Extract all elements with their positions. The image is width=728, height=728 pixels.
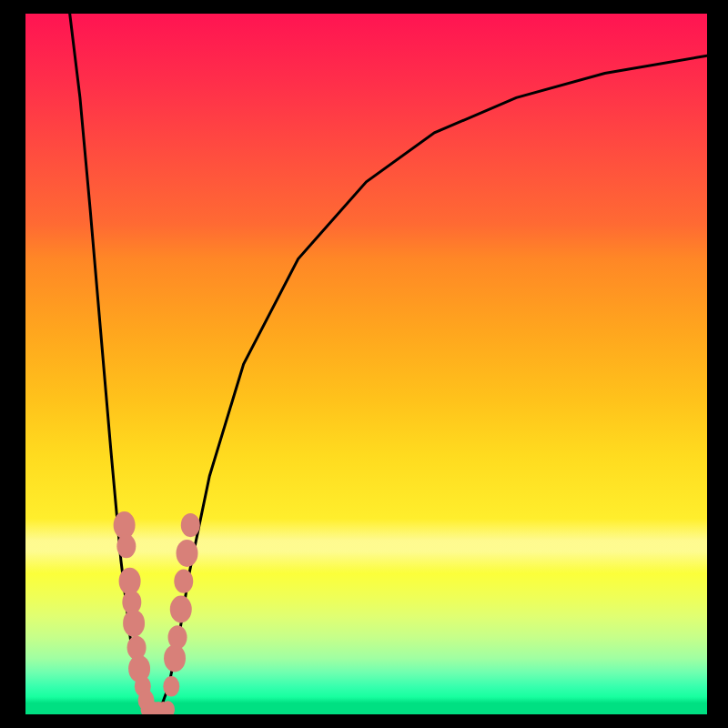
marker-dot xyxy=(116,534,136,558)
frame-right xyxy=(707,0,728,728)
marker-dot xyxy=(170,596,192,623)
chart-container: TheBottleneck.com xyxy=(0,0,728,728)
marker-dot xyxy=(168,625,187,649)
frame-top xyxy=(0,0,728,14)
marker-dot xyxy=(181,513,200,537)
marker-dot xyxy=(174,570,193,593)
marker-dot xyxy=(163,676,179,696)
plot-area xyxy=(25,14,707,714)
curve-right-branch xyxy=(158,56,707,714)
marker-dot xyxy=(177,540,198,567)
frame-bottom xyxy=(0,714,728,728)
marker-dot xyxy=(164,644,186,672)
marker-dot xyxy=(123,610,145,637)
curve-layer xyxy=(25,14,707,714)
frame-left xyxy=(0,0,25,728)
